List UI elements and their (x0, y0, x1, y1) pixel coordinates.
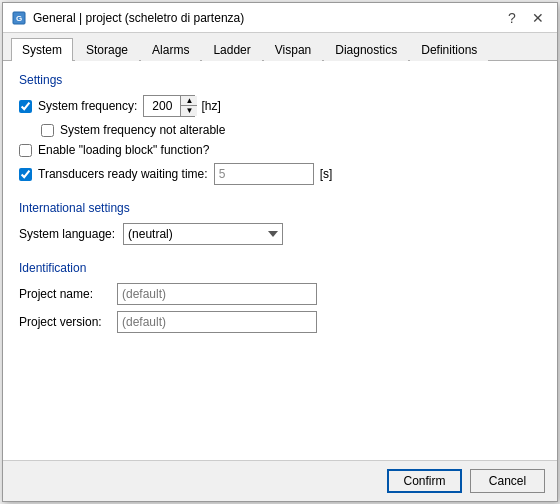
system-language-select[interactable]: (neutral) English Italian German French … (123, 223, 283, 245)
international-section: International settings System language: … (19, 201, 541, 245)
window-icon: G (11, 10, 27, 26)
tab-diagnostics[interactable]: Diagnostics (324, 38, 408, 61)
content-area: Settings System frequency: 200 ▲ ▼ [hz] … (3, 61, 557, 460)
system-frequency-row: System frequency: 200 ▲ ▼ [hz] (19, 95, 541, 117)
svg-text:G: G (16, 14, 22, 23)
tab-vispan[interactable]: Vispan (264, 38, 322, 61)
system-language-label: System language: (19, 227, 115, 241)
help-button[interactable]: ? (501, 7, 523, 29)
cancel-button[interactable]: Cancel (470, 469, 545, 493)
title-bar: G General | project (scheletro di parten… (3, 3, 557, 33)
project-name-row: Project name: (19, 283, 541, 305)
spinner-down[interactable]: ▼ (181, 106, 197, 116)
tab-system[interactable]: System (11, 38, 73, 61)
confirm-button[interactable]: Confirm (387, 469, 462, 493)
transducers-label[interactable]: Transducers ready waiting time: (38, 167, 208, 181)
project-version-label: Project version: (19, 315, 109, 329)
transducers-checkbox[interactable] (19, 168, 32, 181)
spinner-buttons: ▲ ▼ (180, 96, 196, 116)
spinner-up[interactable]: ▲ (181, 96, 197, 106)
tab-storage[interactable]: Storage (75, 38, 139, 61)
project-version-input[interactable] (117, 311, 317, 333)
identification-section: Identification Project name: Project ver… (19, 261, 541, 333)
loading-block-label[interactable]: Enable "loading block" function? (38, 143, 209, 157)
transducers-row: Transducers ready waiting time: [s] (19, 163, 541, 185)
window-title: General | project (scheletro di partenza… (33, 11, 501, 25)
loading-block-row: Enable "loading block" function? (19, 143, 541, 157)
system-language-row: System language: (neutral) English Itali… (19, 223, 541, 245)
international-label: International settings (19, 201, 541, 215)
footer: Confirm Cancel (3, 460, 557, 501)
tab-alarms[interactable]: Alarms (141, 38, 200, 61)
identification-label: Identification (19, 261, 541, 275)
settings-section: Settings System frequency: 200 ▲ ▼ [hz] … (19, 73, 541, 185)
tab-ladder[interactable]: Ladder (202, 38, 261, 61)
frequency-not-alterable-label[interactable]: System frequency not alterable (60, 123, 225, 137)
system-frequency-input[interactable]: 200 (144, 98, 180, 114)
tab-bar: System Storage Alarms Ladder Vispan Diag… (3, 33, 557, 61)
frequency-not-alterable-row: System frequency not alterable (41, 123, 541, 137)
system-frequency-label[interactable]: System frequency: (38, 99, 137, 113)
project-name-input[interactable] (117, 283, 317, 305)
frequency-not-alterable-checkbox[interactable] (41, 124, 54, 137)
settings-label: Settings (19, 73, 541, 87)
system-frequency-spinner: 200 ▲ ▼ (143, 95, 195, 117)
transducers-unit: [s] (320, 167, 333, 181)
main-window: G General | project (scheletro di parten… (2, 2, 558, 502)
title-bar-controls: ? ✕ (501, 7, 549, 29)
transducers-input[interactable] (214, 163, 314, 185)
loading-block-checkbox[interactable] (19, 144, 32, 157)
tab-definitions[interactable]: Definitions (410, 38, 488, 61)
project-version-row: Project version: (19, 311, 541, 333)
frequency-unit: [hz] (201, 99, 220, 113)
system-frequency-checkbox[interactable] (19, 100, 32, 113)
project-name-label: Project name: (19, 287, 109, 301)
close-button[interactable]: ✕ (527, 7, 549, 29)
